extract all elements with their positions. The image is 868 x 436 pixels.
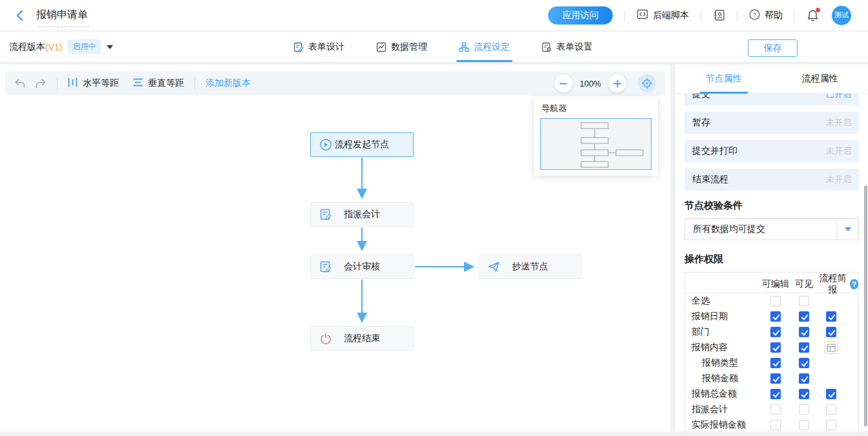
zoom-controls: 100%: [555, 74, 656, 92]
status-text: 已开启: [826, 94, 851, 100]
status-text: 未开启: [826, 117, 851, 129]
checkbox-editable[interactable]: [770, 389, 781, 399]
flow-version-selector[interactable]: 流程版本(V1) 启用中: [9, 32, 113, 62]
tab-form-design[interactable]: 表单设计: [292, 32, 346, 62]
edit-doc-icon: [319, 260, 332, 273]
divider: [624, 10, 625, 21]
help-button[interactable]: ? 帮助: [749, 9, 783, 22]
chevron-down-icon[interactable]: [836, 219, 858, 240]
checkbox-editable[interactable]: [770, 327, 781, 337]
switch-row-submit[interactable]: 提交 已开启: [684, 94, 859, 105]
table-row: 报销内容: [685, 340, 858, 355]
flow-node-label: 会计审核: [344, 261, 380, 273]
navigator-title: 导航器: [534, 97, 658, 118]
checkbox-editable[interactable]: [770, 404, 781, 415]
divider: [701, 10, 701, 21]
checkbox-visible[interactable]: [799, 389, 809, 399]
switch-row-submit-print[interactable]: 提交并打印 未开启: [684, 140, 859, 162]
flow-node-end[interactable]: 流程结束: [310, 326, 414, 351]
flow-node-label: 指派会计: [344, 209, 380, 220]
edit-doc-icon: [319, 208, 332, 221]
checkbox-editable[interactable]: [770, 420, 781, 430]
canvas-toolbar: 水平等距 垂直等距 添加新版本 100%: [5, 71, 665, 96]
horizontal-equal-button[interactable]: 水平等距: [68, 78, 119, 89]
flow-node-audit[interactable]: 会计审核: [310, 254, 414, 279]
checkbox-report[interactable]: [826, 389, 836, 399]
checkbox-report[interactable]: [826, 311, 836, 322]
toolbar: 流程版本(V1) 启用中 表单设计 数据管理 流程设定 表单设置: [0, 32, 868, 63]
switch-row-draft[interactable]: 暂存 未开启: [684, 112, 859, 134]
checkbox-report[interactable]: [826, 404, 836, 415]
form-design-icon: [293, 42, 304, 52]
divider: [195, 78, 195, 89]
checkbox-editable[interactable]: [770, 373, 781, 384]
panel-scrollbar[interactable]: [864, 185, 867, 426]
checkbox-editable[interactable]: [770, 342, 781, 353]
checkbox-editable[interactable]: [770, 358, 781, 368]
permissions-title: 操作权限: [684, 253, 859, 265]
chevron-down-icon[interactable]: [107, 45, 113, 49]
version-label: 流程版本: [9, 41, 45, 53]
tab-data-manage[interactable]: 数据管理: [375, 32, 429, 62]
checkbox-report[interactable]: [826, 420, 836, 430]
flow-node-assign[interactable]: 指派会计: [310, 202, 414, 227]
tab-flow-settings[interactable]: 流程设定: [458, 32, 511, 62]
status-text: 未开启: [826, 145, 851, 157]
undo-icon[interactable]: [14, 79, 25, 88]
tab-flow-properties[interactable]: 流程属性: [772, 65, 868, 93]
checkbox-visible[interactable]: [799, 420, 809, 430]
page-title: 报销申请单: [36, 8, 88, 22]
notification-bell-icon[interactable]: [807, 9, 819, 22]
validation-select[interactable]: 所有数据均可提交: [684, 218, 859, 240]
flow-icon: [459, 42, 469, 52]
help-circle-icon[interactable]: ?: [850, 279, 858, 289]
subform-settings-icon[interactable]: [824, 341, 838, 354]
flow-node-label: 流程发起节点: [335, 139, 389, 151]
notification-dot: [816, 8, 820, 12]
flow-node-label: 流程结束: [344, 333, 380, 344]
header-actions: 应用访问 后端脚本 ? 帮助 测试: [548, 6, 851, 25]
checkbox-visible[interactable]: [799, 296, 809, 306]
zoom-out-button[interactable]: [555, 74, 573, 92]
checkbox-visible[interactable]: [799, 373, 809, 384]
vertical-spacing-icon: [133, 78, 143, 89]
redo-icon[interactable]: [36, 79, 47, 88]
flow-node-start[interactable]: 流程发起节点: [310, 132, 414, 157]
tab-form-settings[interactable]: 表单设置: [540, 32, 594, 62]
zoom-in-button[interactable]: [608, 74, 626, 92]
code-icon: [637, 8, 648, 22]
checkbox-report[interactable]: [826, 327, 836, 337]
permissions-table: 可编辑 可见 流程简报 ? 全选 报销日期 部门: [684, 272, 859, 436]
checkbox-visible[interactable]: [799, 327, 809, 337]
app-access-button[interactable]: 应用访问: [548, 6, 613, 25]
flow-canvas[interactable]: 水平等距 垂直等距 添加新版本 100%: [0, 65, 670, 431]
checkbox-editable[interactable]: [770, 296, 781, 306]
checkbox-editable[interactable]: [770, 311, 781, 322]
switch-row-end-flow[interactable]: 结束流程 未开启: [684, 169, 859, 191]
data-manage-icon: [376, 42, 386, 52]
table-row: 报销日期: [685, 309, 858, 324]
checkbox-visible[interactable]: [799, 358, 809, 368]
checkbox-visible[interactable]: [799, 342, 809, 353]
flow-node-label: 抄送节点: [512, 261, 548, 273]
version-code: (V1): [45, 42, 62, 52]
backend-script-button[interactable]: 后端脚本: [637, 8, 689, 22]
checkbox-visible[interactable]: [799, 311, 809, 322]
paper-plane-icon: [487, 260, 500, 273]
checkbox-visible[interactable]: [799, 404, 809, 415]
avatar[interactable]: 测试: [832, 6, 851, 25]
permissions-table-header: 可编辑 可见 流程简报 ?: [685, 273, 858, 293]
back-icon[interactable]: [14, 10, 26, 21]
divider: [794, 10, 795, 21]
contacts-icon[interactable]: [713, 9, 725, 21]
main-tabs: 表单设计 数据管理 流程设定 表单设置: [292, 32, 594, 62]
save-button[interactable]: 保存: [748, 39, 798, 57]
flow-node-cc[interactable]: 抄送节点: [478, 254, 582, 279]
vertical-equal-button[interactable]: 垂直等距: [133, 78, 184, 89]
tab-node-properties[interactable]: 节点属性: [675, 65, 772, 93]
status-badge: 启用中: [67, 39, 101, 54]
table-row: 报销金额: [685, 371, 858, 386]
navigator-minimap[interactable]: [540, 118, 651, 170]
add-version-button[interactable]: 添加新版本: [206, 78, 251, 89]
locate-icon[interactable]: [638, 74, 656, 92]
